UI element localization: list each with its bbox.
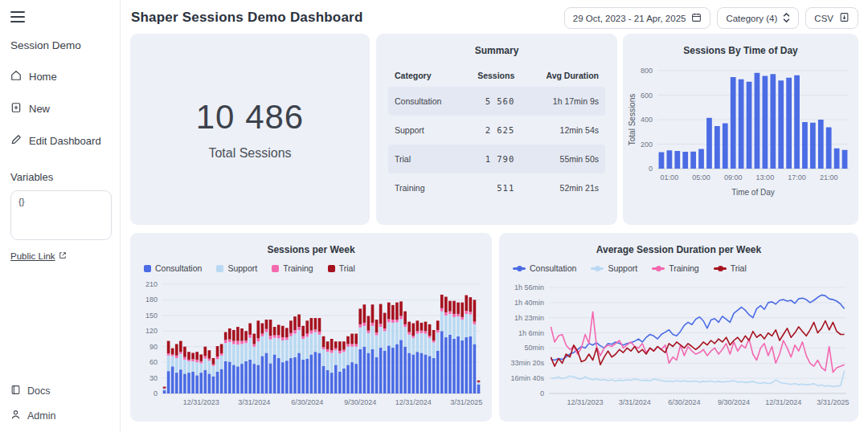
table-row: Consultation5 5601h 17min 9s [388, 87, 605, 116]
sidebar: Session Demo Home New Edit Dashboard Var… [0, 0, 121, 432]
sidebar-item-home[interactable]: Home [10, 70, 110, 84]
summary-duration-cell: 52min 21s [526, 173, 605, 202]
csv-export-button[interactable]: CSV [805, 7, 858, 29]
summary-category-cell: Support [388, 116, 461, 145]
svg-text:0: 0 [649, 165, 653, 173]
legend-label: Training [669, 263, 699, 273]
legend-item[interactable]: Support [216, 263, 257, 273]
avg-duration-chart-title: Average Session Duration per Week [499, 233, 858, 255]
sessions-per-week-stacked-chart: 030609012015018021012/31/20233/31/20246/… [137, 276, 485, 414]
svg-text:9/30/2024: 9/30/2024 [718, 398, 750, 406]
date-range-picker[interactable]: 29 Oct, 2023 - 21 Apr, 2025 [564, 7, 711, 29]
summary-sessions-cell: 5 560 [461, 87, 526, 116]
time-of-day-bar-chart: 020040060080001:0005:0009:0013:0017:0021… [627, 58, 854, 217]
summary-duration-cell: 12min 54s [526, 116, 605, 145]
sidebar-item-admin[interactable]: Admin [10, 410, 110, 422]
svg-text:17:00: 17:00 [788, 173, 806, 181]
legend-item[interactable]: Training [272, 263, 313, 273]
svg-text:12/31/2023: 12/31/2023 [567, 398, 604, 406]
admin-icon [10, 410, 21, 422]
footer-item-label: Docs [27, 385, 50, 397]
avg-duration-card: Average Session Duration per Week Consul… [499, 233, 858, 422]
docs-icon [10, 385, 21, 397]
legend-swatch-icon [513, 267, 526, 270]
public-link[interactable]: Public Link [10, 251, 110, 261]
svg-text:Time of Day: Time of Day [731, 188, 775, 197]
sidebar-item-new[interactable]: New [10, 102, 110, 116]
svg-text:0: 0 [540, 389, 544, 397]
legend-label: Consultation [530, 263, 576, 273]
sidebar-item-edit-dashboard[interactable]: Edit Dashboard [10, 134, 110, 148]
svg-text:600: 600 [641, 92, 653, 100]
svg-text:30: 30 [149, 374, 158, 382]
svg-text:9/30/2024: 9/30/2024 [344, 398, 376, 406]
legend-label: Support [608, 263, 637, 273]
legend-item[interactable]: Consultation [513, 263, 576, 273]
svg-text:3/31/2024: 3/31/2024 [619, 398, 651, 406]
header-controls: 29 Oct, 2023 - 21 Apr, 2025 Category (4)… [564, 7, 858, 29]
svg-text:400: 400 [641, 116, 653, 124]
home-icon [10, 70, 22, 84]
summary-table: CategorySessionsAvg Duration Consultatio… [388, 64, 605, 202]
svg-text:150: 150 [145, 312, 158, 320]
legend-swatch-icon [652, 267, 665, 270]
app-name: Session Demo [10, 39, 110, 51]
svg-text:6/30/2024: 6/30/2024 [668, 398, 700, 406]
table-row: Training51152min 21s [388, 173, 605, 202]
svg-text:6/30/2024: 6/30/2024 [291, 398, 323, 406]
summary-category-cell: Consultation [388, 87, 461, 116]
svg-text:3/31/2024: 3/31/2024 [238, 398, 270, 406]
summary-category-cell: Training [388, 173, 461, 202]
download-file-icon [839, 12, 850, 24]
svg-text:90: 90 [149, 343, 158, 351]
legend-swatch-icon [272, 265, 279, 272]
legend-swatch-icon [591, 267, 604, 270]
summary-sessions-cell: 2 625 [461, 116, 526, 145]
table-row: Support2 62512min 54s [388, 116, 605, 145]
hamburger-menu-icon[interactable] [10, 11, 25, 22]
legend-item[interactable]: Support [591, 263, 637, 273]
svg-text:12/31/2024: 12/31/2024 [765, 398, 801, 406]
csv-label: CSV [814, 14, 833, 23]
total-sessions-card: 10 486 Total Sessions [130, 34, 370, 225]
svg-text:1h 6min: 1h 6min [518, 329, 544, 337]
svg-text:800: 800 [641, 67, 653, 75]
legend-item[interactable]: Trial [714, 263, 747, 273]
sidebar-item-label: New [29, 103, 50, 115]
legend-label: Support [227, 263, 257, 273]
variables-editor[interactable]: {} [10, 190, 112, 240]
svg-text:21:00: 21:00 [820, 173, 838, 181]
svg-text:1h 40min: 1h 40min [514, 299, 544, 307]
legend-swatch-icon [144, 265, 151, 272]
svg-text:3/31/2025: 3/31/2025 [817, 398, 849, 406]
variables-label: Variables [10, 171, 110, 183]
category-filter-value: Category (4) [726, 14, 777, 23]
sessions-per-week-legend: ConsultationSupportTrainingTrial [130, 255, 492, 273]
svg-text:1h 23min: 1h 23min [514, 314, 544, 322]
time-of-day-chart-title: Sessions By Time of Day [623, 34, 858, 56]
variables-value: {} [18, 197, 25, 206]
svg-text:0: 0 [154, 389, 158, 397]
svg-text:60: 60 [149, 358, 158, 366]
category-filter-select[interactable]: Category (4) [717, 7, 799, 29]
svg-text:09:00: 09:00 [724, 173, 743, 181]
legend-swatch-icon [216, 265, 223, 272]
total-sessions-label: Total Sessions [208, 146, 291, 161]
svg-text:50min: 50min [524, 344, 544, 352]
legend-label: Trial [731, 263, 747, 273]
svg-text:13:00: 13:00 [756, 173, 775, 181]
legend-item[interactable]: Trial [328, 263, 355, 273]
date-range-value: 29 Oct, 2023 - 21 Apr, 2025 [573, 14, 686, 23]
legend-item[interactable]: Training [652, 263, 699, 273]
pencil-icon [10, 134, 22, 148]
svg-text:3/31/2025: 3/31/2025 [450, 398, 482, 406]
svg-text:33min 20s: 33min 20s [510, 359, 544, 367]
sidebar-item-docs[interactable]: Docs [10, 385, 110, 397]
svg-text:05:00: 05:00 [692, 173, 710, 181]
public-link-label: Public Link [10, 251, 55, 261]
avg-duration-legend: ConsultationSupportTrainingTrial [499, 255, 858, 273]
svg-text:210: 210 [145, 280, 158, 288]
sidebar-item-label: Edit Dashboard [29, 135, 101, 147]
page-title: Shaper Sessions Demo Dashboard [131, 10, 362, 26]
legend-item[interactable]: Consultation [144, 263, 202, 273]
